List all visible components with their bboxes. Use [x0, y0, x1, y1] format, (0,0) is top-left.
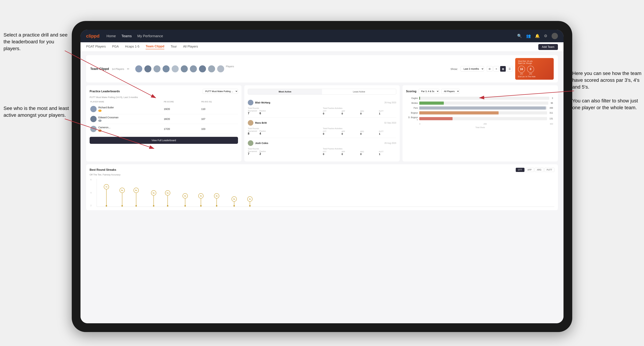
total-rounds-label: Total Rounds — [248, 127, 321, 130]
tab-most-active[interactable]: Most Active — [248, 89, 322, 94]
player-avatar[interactable] — [198, 65, 206, 73]
streak-circle: 7x — [104, 184, 109, 189]
annotation-top-left: Select a practice drill and see the lead… — [4, 31, 70, 52]
show-period-select[interactable]: Last 3 months — [460, 66, 484, 72]
putt-stat: PUTT 1 — [379, 110, 396, 115]
nav-my-performance[interactable]: My Performance — [138, 34, 163, 38]
scoring-par-filter[interactable]: Par 3, 4 & 5s — [418, 89, 439, 94]
streaks-btn-arg[interactable]: ARG — [534, 168, 544, 172]
subnav-right: Add Team — [538, 44, 558, 50]
table-view-button[interactable]: ≡ — [494, 66, 499, 72]
player-avatar[interactable] — [135, 65, 142, 73]
card-view-button[interactable]: ▦ — [500, 66, 506, 72]
leaderboard-title: Practice Leaderboards — [90, 90, 120, 93]
view-full-leaderboard-button[interactable]: View Full Leaderboard — [90, 137, 238, 144]
scoring-player-filter[interactable]: All Players — [441, 89, 460, 94]
player-avatar[interactable] — [217, 65, 224, 73]
streak-pin: 4x — [182, 193, 188, 206]
practice-stat: Practice 6 — [260, 110, 266, 115]
leaderboard-row: Cameron... 3 17/20 103 — [90, 124, 238, 134]
total-rounds-values: Tournament 7 Practice 2 — [248, 151, 321, 156]
shot-dist-label: Shot Dist: 16 yds — [518, 60, 532, 62]
player-avatar[interactable] — [153, 65, 161, 73]
streak-pin: 5x — [151, 190, 156, 206]
streak-circle: 4x — [198, 193, 204, 198]
streaks-btn-ott[interactable]: OTT — [516, 168, 524, 172]
streak-stem — [136, 193, 136, 205]
player-avatar[interactable] — [190, 65, 197, 73]
ott-val: 0 — [323, 133, 340, 135]
start-lie-label: Start Lie: Rough — [518, 62, 532, 64]
activity-player-avatar — [248, 100, 254, 105]
leaderboard-row: Richard Butler 1 19/20 110 — [90, 104, 238, 114]
subnav-pga[interactable]: PGA — [112, 45, 119, 49]
total-shots-label: Total Shots — [408, 126, 553, 128]
settings-icon[interactable]: ⚙ — [544, 34, 548, 38]
shot-end-circle: 0 — [527, 66, 534, 73]
streaks-btn-app[interactable]: APP — [525, 168, 534, 172]
nav-home[interactable]: Home — [106, 34, 116, 38]
bar-track-bogeys — [419, 111, 547, 114]
ott-val: 0 — [323, 112, 340, 115]
subnav-tour[interactable]: Tour — [170, 45, 177, 49]
streak-pin: 6x — [134, 188, 139, 206]
people-icon[interactable]: 👥 — [526, 34, 531, 38]
total-rounds-group: Total Rounds Tournament 8 Practice 4 — [248, 127, 321, 135]
practice-activities-label: Total Practice Activities — [323, 127, 396, 130]
player-avatar[interactable] — [208, 65, 216, 73]
bell-icon[interactable]: 🔔 — [535, 34, 540, 38]
drill-select[interactable]: PUTT Must Make Putting ... — [203, 89, 238, 94]
list-view-button[interactable]: ☰ — [507, 66, 512, 72]
activity-player-date: 26 Aug 2023 — [384, 142, 396, 144]
tab-least-active[interactable]: Least Active — [322, 89, 396, 94]
activity-player-header: Rees Britt 02 Sep 2023 — [248, 120, 396, 126]
edit-icon[interactable]: ✏ — [127, 67, 129, 71]
bar-track-birdies — [419, 102, 548, 105]
lb-player-name-2: Edward Crossman — [98, 116, 118, 119]
activity-player-date: 26 Aug 2023 — [384, 101, 396, 104]
user-avatar[interactable] — [552, 33, 558, 39]
team-header: Team Clippd 14 Players ✏ Players — [86, 55, 558, 82]
activity-player-name: Rees Britt — [255, 121, 267, 124]
lb-avatar-2 — [90, 116, 96, 122]
streak-dot — [216, 205, 217, 206]
scoring-bar-chart: Eagles 3 Birdies 96 — [406, 97, 554, 128]
brand-logo: clippd — [86, 33, 100, 39]
search-icon[interactable]: 🔍 — [517, 34, 522, 38]
player-avatar[interactable] — [180, 65, 188, 73]
nav-teams[interactable]: Teams — [122, 34, 132, 38]
practice-activities-group: Total Practice Activities OTT 0 APP 0 — [323, 127, 396, 135]
practice-val: 4 — [260, 132, 266, 135]
player-avatar[interactable] — [162, 65, 170, 73]
leaderboard-table-header: PLAYER NAME PB SCORE PB AVG SQ — [90, 101, 238, 103]
ott-stat: OTT 0 — [323, 151, 340, 156]
tournament-stat: Tournament 7 — [248, 110, 257, 115]
activity-tabs: Most Active Least Active — [248, 89, 396, 95]
lb-player-name-1: Richard Butler — [98, 106, 114, 109]
practice-activities-group: Total Practice Activities OTT 0 APP 0 — [323, 107, 396, 115]
subnav-all-players[interactable]: All Players — [183, 45, 198, 49]
grid-view-button[interactable]: ⊞ — [487, 66, 492, 72]
x-axis: 0 200 400 — [408, 123, 553, 125]
add-team-button[interactable]: Add Team — [538, 44, 558, 50]
player-avatar[interactable] — [144, 65, 152, 73]
subnav-team-clippd[interactable]: Team Clippd — [146, 44, 164, 49]
leaderboard-card-header: Practice Leaderboards PUTT Must Make Put… — [90, 89, 238, 94]
player-avatar[interactable] — [171, 65, 179, 73]
streak-circle: 4x — [214, 193, 219, 198]
streak-pin: 4x — [214, 193, 219, 206]
activity-player-avatar — [248, 140, 254, 146]
subnav-pgat[interactable]: PGAT Players — [86, 45, 106, 49]
best-round-streaks-card: Best Round Streaks OTT APP ARG PUTT Off … — [86, 164, 558, 210]
practice-sub-stats: OTT 0 APP 0 ARG 0 — [323, 151, 396, 156]
bar-track-pars — [419, 106, 547, 110]
app-stat: APP 0 — [342, 151, 359, 156]
practice-activities-group: Total Practice Activities OTT 0 APP 0 — [323, 148, 396, 156]
lb-player-name-3: Cameron... — [98, 126, 110, 129]
team-name: Team Clippd — [90, 67, 109, 71]
subnav-hcaps[interactable]: Hcaps 1-5 — [125, 45, 139, 49]
lb-avatar-3 — [90, 126, 96, 132]
leaderboard-row: Edward Crossman 2 18/20 107 — [90, 114, 238, 124]
activity-player-row: Josh Coles 26 Aug 2023 Total Rounds Tour… — [248, 138, 396, 158]
streaks-btn-putt[interactable]: PUTT — [544, 168, 554, 172]
